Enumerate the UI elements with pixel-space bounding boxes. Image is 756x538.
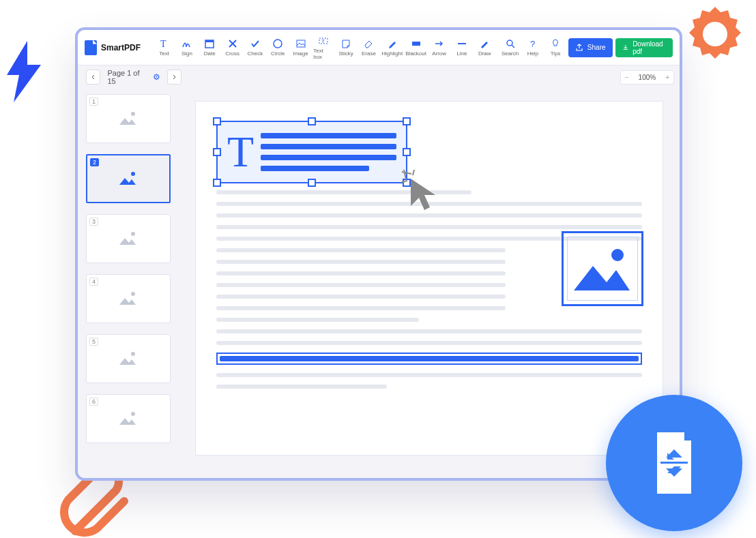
svg-point-14: [131, 292, 135, 296]
tool-cross[interactable]: Cross: [222, 38, 242, 57]
canvas-area[interactable]: T: [179, 89, 680, 478]
next-page-button[interactable]: [167, 70, 181, 85]
tool-sign[interactable]: Sign: [177, 38, 197, 57]
svg-point-12: [131, 172, 135, 176]
image-placeholder-icon: [117, 410, 140, 428]
main-toolbar: SmartPDF T Text Sign Date Cross Check Ci…: [78, 30, 680, 65]
tool-draw[interactable]: Draw: [475, 38, 495, 57]
thumbnail-3[interactable]: 3: [86, 214, 171, 263]
thumbnail-2[interactable]: 2: [86, 154, 171, 203]
thumbnail-6[interactable]: 6: [86, 394, 171, 443]
tool-image[interactable]: Image: [291, 38, 310, 57]
svg-point-13: [131, 232, 135, 236]
tool-line[interactable]: Line: [452, 38, 471, 57]
sticky-icon: [340, 38, 351, 49]
prev-page-button[interactable]: [86, 70, 100, 85]
resize-handle[interactable]: [308, 117, 316, 125]
text-lines-icon: [261, 133, 396, 171]
draw-icon: [479, 38, 490, 49]
search-icon: [505, 38, 516, 49]
tool-sticky[interactable]: Sticky: [336, 38, 356, 57]
zoom-value: 100%: [633, 71, 662, 84]
line-icon: [456, 38, 467, 49]
tool-circle[interactable]: Circle: [268, 38, 288, 57]
highlight-icon: [387, 38, 398, 49]
tool-highlight[interactable]: Highlight: [381, 38, 403, 57]
resize-handle[interactable]: [308, 179, 316, 187]
main-area: 1 2 3 4 5 6: [78, 89, 680, 478]
thumbnail-4[interactable]: 4: [86, 274, 171, 323]
share-icon: [575, 44, 583, 52]
download-button[interactable]: Download pdf: [615, 38, 673, 57]
zoom-out-button[interactable]: −: [621, 71, 633, 84]
tool-arrow[interactable]: Arrow: [429, 38, 449, 57]
text-icon: T: [159, 38, 170, 49]
zoom-in-button[interactable]: +: [661, 71, 673, 84]
bolt-decoration: [3, 41, 44, 102]
svg-point-16: [131, 412, 135, 416]
page-nav-bar: Page 1 of 15 ⚙ − 100% +: [78, 65, 680, 89]
check-icon: [250, 38, 261, 49]
svg-rect-5: [297, 40, 305, 47]
blackout-icon: [411, 38, 422, 49]
resize-handle[interactable]: [213, 117, 221, 125]
svg-rect-3: [205, 40, 214, 42]
tool-tips[interactable]: Tips: [546, 38, 566, 57]
circle-icon: [272, 38, 283, 49]
svg-point-9: [507, 40, 512, 46]
textbox-icon: T: [318, 35, 329, 46]
resize-handle[interactable]: [213, 179, 221, 187]
tool-search[interactable]: Search: [500, 38, 520, 57]
image-placeholder-icon: [117, 170, 140, 188]
arrow-icon: [434, 38, 445, 49]
paragraph-line: [216, 329, 642, 333]
resize-handle[interactable]: [403, 117, 411, 125]
svg-point-15: [131, 352, 135, 356]
share-button[interactable]: Share: [568, 38, 613, 57]
svg-point-17: [611, 249, 624, 261]
file-badge-decoration: [606, 395, 742, 531]
image-icon: [295, 38, 306, 49]
svg-point-11: [131, 112, 135, 116]
cross-icon: [227, 38, 238, 49]
app-window: SmartPDF T Text Sign Date Cross Check Ci…: [75, 27, 682, 481]
thumbnail-5[interactable]: 5: [86, 334, 171, 383]
erase-icon: [363, 38, 374, 49]
brand-label: SmartPDF: [101, 43, 141, 53]
tool-blackout[interactable]: Blackout: [405, 38, 426, 57]
page-indicator: Page 1 of 15 ⚙: [107, 69, 160, 85]
cursor-icon: [401, 168, 448, 216]
tool-date[interactable]: Date: [200, 38, 220, 57]
resize-handle[interactable]: [403, 148, 411, 156]
zoom-control: − 100% +: [620, 70, 674, 85]
image-placeholder-icon: [117, 230, 140, 248]
chevron-right-icon: [171, 74, 177, 80]
tool-help[interactable]: ? Help: [523, 38, 542, 57]
tool-erase[interactable]: Erase: [359, 38, 379, 57]
tool-text[interactable]: T Text: [154, 38, 174, 57]
tool-textbox[interactable]: T Text box: [313, 35, 333, 60]
pdf-page[interactable]: T: [195, 101, 663, 455]
calendar-icon: [204, 38, 215, 49]
image-icon: [568, 241, 637, 296]
tips-icon: [550, 38, 561, 49]
paragraph-placeholder: [216, 248, 506, 322]
svg-text:T: T: [321, 38, 325, 44]
image-placeholder-icon: [117, 350, 140, 368]
thumbnail-1[interactable]: 1: [86, 94, 171, 143]
help-icon: ?: [527, 38, 538, 49]
sign-icon: [181, 38, 192, 49]
resize-handle[interactable]: [213, 148, 221, 156]
paragraph-line: [216, 373, 642, 377]
selected-bar-element[interactable]: [216, 353, 642, 365]
image-placeholder[interactable]: [562, 231, 643, 306]
image-placeholder-icon: [117, 290, 140, 308]
selected-text-element[interactable]: T: [216, 121, 407, 183]
gear-icon[interactable]: ⚙: [153, 72, 160, 82]
chevron-left-icon: [91, 74, 96, 80]
image-placeholder-icon: [117, 110, 140, 128]
paragraph-line: [216, 385, 387, 389]
svg-rect-0: [660, 462, 688, 464]
svg-text:?: ?: [530, 39, 535, 49]
tool-check[interactable]: Check: [245, 38, 265, 57]
